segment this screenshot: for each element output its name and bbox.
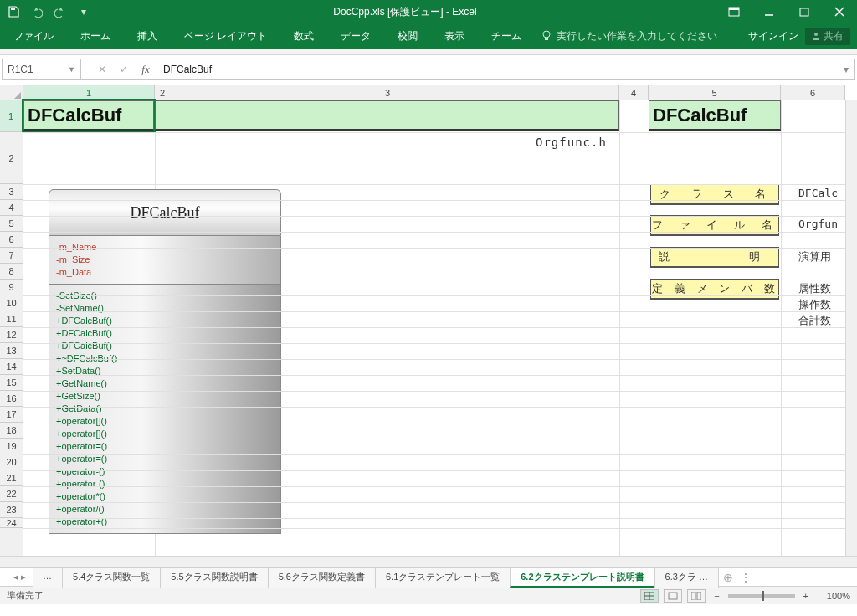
row-header[interactable]: 12	[0, 327, 23, 343]
svg-rect-15	[697, 592, 701, 600]
cell-op-count: 操作数	[798, 297, 831, 312]
cell-attr-count: 属性数	[798, 281, 831, 296]
tab-view[interactable]: 表示	[431, 23, 478, 49]
tab-formulas[interactable]: 数式	[280, 23, 327, 49]
tab-pagelayout[interactable]: ページ レイアウト	[171, 23, 280, 49]
tab-review[interactable]: 校閲	[384, 23, 431, 49]
redo-icon[interactable]	[50, 2, 70, 22]
column-headers: 1 23 4 5 6	[0, 85, 845, 100]
select-all-triangle[interactable]	[0, 85, 23, 100]
row-header[interactable]: 10	[0, 295, 23, 311]
row-header[interactable]: 9	[0, 280, 23, 295]
cell-desc-value: 演算用	[798, 249, 831, 264]
row-header[interactable]: 20	[0, 454, 23, 470]
zoom-slider[interactable]	[728, 594, 795, 598]
sheet-tab[interactable]: 5.5クラス関数説明書	[160, 567, 268, 588]
chevron-down-icon[interactable]: ▼	[68, 65, 75, 74]
sheet-tab[interactable]: 6.3クラ …	[654, 567, 719, 588]
sheet-tab[interactable]: 6.1クラステンプレート一覧	[375, 567, 511, 588]
formula-input[interactable]: DFCalcBuf	[157, 64, 838, 75]
horizontal-scrollbar[interactable]	[0, 556, 857, 567]
row-header[interactable]: 23	[0, 502, 23, 518]
zoom-level[interactable]: 100%	[817, 591, 850, 601]
row-header[interactable]: 14	[0, 359, 23, 375]
row-header[interactable]: 8	[0, 264, 23, 280]
ribbon-display-icon[interactable]	[716, 0, 752, 23]
sheet-tab[interactable]: …	[33, 567, 63, 588]
tab-data[interactable]: データ	[327, 23, 384, 49]
row-header[interactable]: 19	[0, 439, 23, 454]
uml-class-box: DFCalcBuf -m_Name-m_Size-m_Data -SetSize…	[49, 189, 281, 534]
tab-menu-icon[interactable]: ⋮	[741, 572, 751, 583]
formula-bar: R1C1 ▼ ✕ ✓ fx DFCalcBuf ▾	[0, 59, 857, 85]
tab-nav-buttons[interactable]: ◂ ▸	[7, 572, 33, 583]
column-header[interactable]: 23	[155, 85, 619, 100]
share-label: 共有	[824, 29, 844, 44]
label-description: 説 明	[650, 247, 779, 268]
page-break-icon[interactable]	[687, 589, 706, 603]
fx-icon[interactable]: fx	[135, 59, 157, 79]
cell-r1c1[interactable]: DFCalcBuf	[23, 100, 154, 131]
cell-total-count: 合計数	[798, 313, 831, 328]
person-icon	[812, 32, 820, 40]
tab-home[interactable]: ホーム	[67, 23, 124, 49]
enter-formula-icon[interactable]: ✓	[113, 59, 135, 79]
row-header[interactable]: 21	[0, 470, 23, 486]
column-header[interactable]: 1	[23, 85, 155, 100]
vertical-scrollbar[interactable]	[845, 100, 857, 556]
row-header[interactable]: 17	[0, 407, 23, 423]
add-sheet-icon[interactable]: ⊕	[719, 571, 737, 584]
sheet-tab[interactable]: 5.6クラス関数定義書	[268, 567, 376, 588]
sheet-tab[interactable]: 5.4クラス関数一覧	[62, 567, 161, 588]
title-bar: ▾ DocCpp.xls [保護ビュー] - Excel	[0, 0, 857, 23]
row-header[interactable]: 22	[0, 486, 23, 502]
row-header[interactable]: 6	[0, 232, 23, 248]
row-header[interactable]: 18	[0, 423, 23, 439]
qat-customize-icon[interactable]: ▾	[74, 2, 94, 22]
name-box[interactable]: R1C1 ▼	[3, 59, 81, 79]
sheet-tab[interactable]: 6.2クラステンプレート説明書	[510, 567, 654, 588]
signin-link[interactable]: サインイン	[748, 29, 798, 44]
worksheet-grid[interactable]: 1 23 4 5 6 12345678910111213141516171819…	[0, 85, 857, 567]
row-header[interactable]: 15	[0, 375, 23, 391]
row-header[interactable]: 5	[0, 216, 23, 232]
cell-r1c2[interactable]	[155, 100, 619, 131]
page-layout-icon[interactable]	[664, 589, 682, 603]
close-icon[interactable]	[822, 0, 857, 23]
expand-formula-icon[interactable]: ▾	[838, 64, 854, 75]
tab-insert[interactable]: 挿入	[124, 23, 171, 49]
row-header[interactable]: 11	[0, 311, 23, 327]
row-header[interactable]: 24	[0, 518, 23, 528]
cancel-formula-icon[interactable]: ✕	[91, 59, 113, 79]
row-header[interactable]: 16	[0, 391, 23, 407]
save-icon[interactable]	[3, 2, 23, 22]
minimize-icon[interactable]	[752, 0, 787, 23]
zoom-in-icon[interactable]: +	[800, 591, 812, 601]
row-header[interactable]: 2	[0, 132, 23, 184]
row-header[interactable]: 13	[0, 343, 23, 359]
maximize-icon[interactable]	[787, 0, 822, 23]
column-header[interactable]: 6	[781, 85, 845, 100]
column-header[interactable]: 5	[649, 85, 781, 100]
share-button[interactable]: 共有	[805, 28, 850, 45]
svg-rect-0	[11, 8, 15, 10]
lightbulb-icon	[541, 30, 552, 42]
column-header[interactable]: 4	[619, 85, 649, 100]
tab-team[interactable]: チーム	[478, 23, 535, 49]
ribbon: ファイル ホーム 挿入 ページ レイアウト 数式 データ 校閲 表示 チーム 実…	[0, 23, 857, 49]
cell-orgfunc: Orgfunc.h	[536, 136, 607, 149]
label-class-name: ク ラ ス 名	[650, 184, 779, 205]
label-file-name: フ ァ イ ル 名	[650, 215, 779, 236]
cells-area[interactable]: DFCalcBuf DFCalcBuf Orgfunc.h ク ラ ス 名 フ …	[23, 100, 845, 556]
tell-me-search[interactable]: 実行したい作業を入力してください	[535, 29, 724, 44]
tab-file[interactable]: ファイル	[0, 23, 67, 49]
row-header[interactable]: 3	[0, 184, 23, 200]
cell-r1c5[interactable]: DFCalcBuf	[649, 100, 781, 131]
undo-icon[interactable]	[27, 2, 47, 22]
uml-title: DFCalcBuf	[49, 189, 281, 236]
row-header[interactable]: 1	[0, 100, 23, 132]
normal-view-icon[interactable]	[640, 589, 659, 603]
row-header[interactable]: 4	[0, 200, 23, 216]
zoom-out-icon[interactable]: −	[711, 591, 722, 601]
row-header[interactable]: 7	[0, 248, 23, 264]
